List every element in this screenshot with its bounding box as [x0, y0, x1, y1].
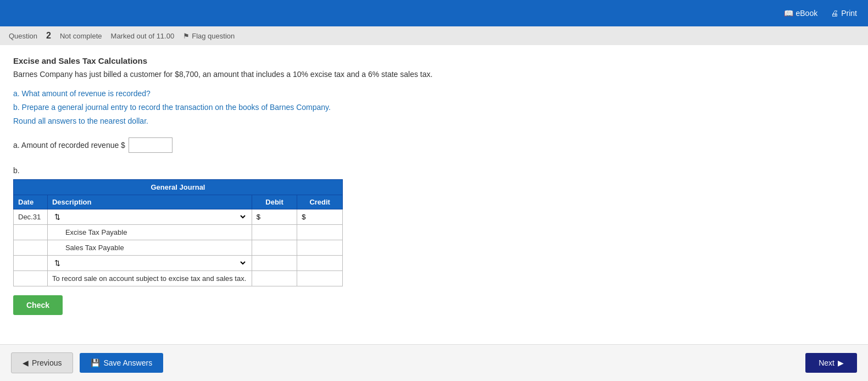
- row1-credit-input[interactable]: [302, 213, 338, 221]
- row4-credit-input[interactable]: [302, 259, 338, 267]
- ebook-button[interactable]: 📖 eBook: [784, 9, 818, 18]
- row5-desc: To record sale on account subject to exc…: [47, 270, 252, 286]
- row2-credit-input[interactable]: [302, 228, 338, 236]
- row2-debit[interactable]: [252, 224, 297, 240]
- col-debit: Debit: [252, 195, 297, 209]
- row2-desc-text: Excise Tax Payable: [52, 228, 127, 236]
- row1-desc-select[interactable]: ⇅ Accounts Receivable Cash Revenue: [52, 212, 247, 222]
- instruction-b: b. Prepare a general journal entry to re…: [13, 101, 855, 114]
- col-description: Description: [47, 195, 252, 209]
- row2-debit-input[interactable]: [257, 228, 293, 236]
- row3-debit-input[interactable]: [257, 244, 293, 252]
- row3-desc-text: Sales Tax Payable: [52, 244, 124, 252]
- question-marked: Marked out of 11.00: [111, 32, 175, 40]
- table-title-row: General Journal: [14, 179, 343, 195]
- col-credit: Credit: [297, 195, 343, 209]
- question-status: Not complete: [60, 32, 102, 40]
- row3-credit[interactable]: [297, 240, 343, 255]
- table-row: To record sale on account subject to exc…: [14, 270, 343, 286]
- row5-debit: [252, 270, 297, 286]
- row3-desc: Sales Tax Payable: [47, 240, 252, 255]
- problem-title: Excise and Sales Tax Calculations: [13, 56, 855, 65]
- row2-date: [14, 224, 48, 240]
- question-label: Question: [9, 32, 37, 40]
- row4-credit[interactable]: [297, 255, 343, 270]
- row4-desc-select[interactable]: ⇅ Accounts Receivable Cash Revenue: [52, 258, 247, 268]
- row5-desc-text: To record sale on account subject to exc…: [52, 274, 246, 283]
- flag-label: Flag question: [192, 32, 235, 40]
- flag-icon: ⚑: [183, 32, 190, 40]
- row2-credit[interactable]: [297, 224, 343, 240]
- row4-date: [14, 255, 48, 270]
- instruction-round: Round all answers to the nearest dollar.: [13, 114, 855, 128]
- print-label: Print: [841, 9, 857, 18]
- question-number: 2: [46, 31, 51, 41]
- instruction-a: a. What amount of revenue is recorded?: [13, 87, 855, 101]
- row1-credit[interactable]: [297, 209, 343, 224]
- row1-desc: ⇅ Accounts Receivable Cash Revenue: [47, 209, 252, 224]
- print-button[interactable]: 🖨 Print: [831, 9, 857, 18]
- ebook-icon: 📖: [784, 9, 793, 18]
- row1-debit-input[interactable]: [257, 213, 293, 221]
- part-a-label: a. Amount of recorded revenue $: [13, 141, 125, 150]
- date-text: Dec.31: [18, 213, 41, 221]
- row5-date: [14, 270, 48, 286]
- print-icon: 🖨: [831, 9, 838, 18]
- table-header-row: Date Description Debit Credit: [14, 195, 343, 209]
- main-content: Excise and Sales Tax Calculations Barnes…: [0, 45, 868, 326]
- instructions: a. What amount of revenue is recorded? b…: [13, 87, 855, 129]
- table-title: General Journal: [14, 179, 343, 195]
- check-button[interactable]: Check: [13, 295, 63, 315]
- row4-debit-input[interactable]: [257, 259, 293, 267]
- table-row: ⇅ Accounts Receivable Cash Revenue: [14, 255, 343, 270]
- col-date: Date: [14, 195, 48, 209]
- row4-debit[interactable]: [252, 255, 297, 270]
- question-bar: Question 2 Not complete Marked out of 11…: [0, 26, 868, 45]
- row3-debit[interactable]: [252, 240, 297, 255]
- table-row: Dec.31 ⇅ Accounts Receivable Cash Revenu…: [14, 209, 343, 224]
- row1-date: Dec.31: [14, 209, 48, 224]
- problem-description: Barnes Company has just billed a custome…: [13, 69, 855, 80]
- table-row: Sales Tax Payable: [14, 240, 343, 255]
- part-b-label: b.: [13, 166, 855, 175]
- ebook-label: eBook: [796, 9, 818, 18]
- row3-credit-input[interactable]: [302, 244, 338, 252]
- row4-desc: ⇅ Accounts Receivable Cash Revenue: [47, 255, 252, 270]
- table-row: Excise Tax Payable: [14, 224, 343, 240]
- revenue-input[interactable]: [129, 137, 173, 153]
- row1-debit[interactable]: [252, 209, 297, 224]
- flag-question-button[interactable]: ⚑ Flag question: [183, 32, 235, 40]
- row5-credit: [297, 270, 343, 286]
- row2-desc: Excise Tax Payable: [47, 224, 252, 240]
- top-bar: 📖 eBook 🖨 Print: [0, 0, 868, 26]
- row3-date: [14, 240, 48, 255]
- part-a: a. Amount of recorded revenue $: [13, 137, 855, 153]
- journal-table: General Journal Date Description Debit C…: [13, 179, 343, 286]
